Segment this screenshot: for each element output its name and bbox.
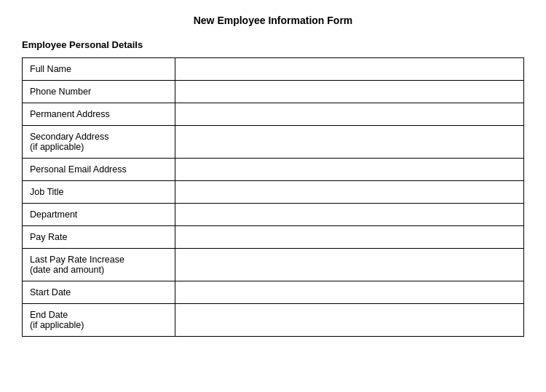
table-row: End Date(if applicable) bbox=[23, 304, 524, 337]
field-label: Department bbox=[23, 204, 175, 226]
field-label: Secondary Address(if applicable) bbox=[23, 126, 175, 159]
table-row: Personal Email Address bbox=[23, 159, 524, 181]
section-title: Employee Personal Details bbox=[22, 39, 524, 50]
field-value[interactable] bbox=[175, 226, 524, 249]
field-label: Job Title bbox=[23, 181, 175, 204]
field-value[interactable] bbox=[175, 249, 524, 281]
table-row: Department bbox=[23, 204, 524, 226]
field-value[interactable] bbox=[175, 304, 524, 337]
field-label: Personal Email Address bbox=[23, 159, 175, 181]
field-label: Permanent Address bbox=[23, 103, 175, 126]
field-value[interactable] bbox=[175, 181, 524, 204]
field-value[interactable] bbox=[175, 204, 524, 226]
table-row: Permanent Address bbox=[23, 103, 524, 126]
field-value[interactable] bbox=[175, 103, 524, 126]
field-label: Last Pay Rate Increase(date and amount) bbox=[23, 249, 175, 281]
field-label: Full Name bbox=[23, 58, 175, 81]
field-value[interactable] bbox=[175, 58, 524, 81]
field-label: Phone Number bbox=[23, 81, 175, 103]
page-title: New Employee Information Form bbox=[22, 15, 524, 26]
field-value[interactable] bbox=[175, 159, 524, 181]
table-row: Pay Rate bbox=[23, 226, 524, 249]
table-row: Last Pay Rate Increase(date and amount) bbox=[23, 249, 524, 281]
field-label: End Date(if applicable) bbox=[23, 304, 175, 337]
employee-form-table: Full NamePhone NumberPermanent AddressSe… bbox=[22, 57, 524, 337]
table-row: Job Title bbox=[23, 181, 524, 204]
field-value[interactable] bbox=[175, 281, 524, 304]
field-value[interactable] bbox=[175, 126, 524, 159]
field-label: Start Date bbox=[23, 281, 175, 304]
table-row: Full Name bbox=[23, 58, 524, 81]
table-row: Secondary Address(if applicable) bbox=[23, 126, 524, 159]
field-label: Pay Rate bbox=[23, 226, 175, 249]
table-row: Start Date bbox=[23, 281, 524, 304]
table-row: Phone Number bbox=[23, 81, 524, 103]
field-value[interactable] bbox=[175, 81, 524, 103]
